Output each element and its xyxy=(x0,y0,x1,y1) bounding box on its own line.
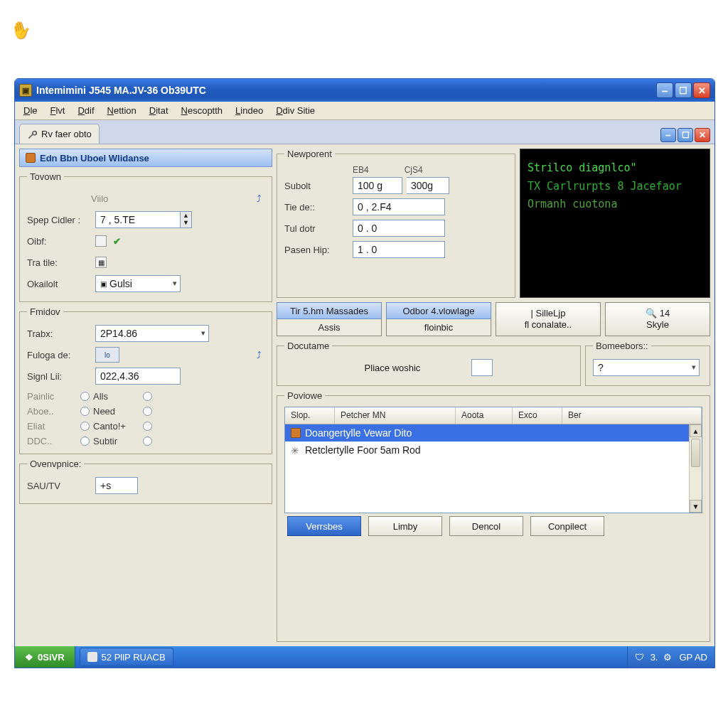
ddc-radio[interactable] xyxy=(80,437,90,446)
subolt-input-2[interactable]: 300g xyxy=(407,177,449,194)
app-icon: ▣ xyxy=(19,84,32,97)
col-slop[interactable]: Slop. xyxy=(285,407,335,424)
eliat-radio[interactable] xyxy=(80,422,90,431)
tray-text: 3. xyxy=(651,652,658,663)
aboe-label: Aboe.. xyxy=(27,406,80,417)
scroll-up-icon[interactable]: ▲ xyxy=(690,424,702,437)
docutame-legend: Docutame xyxy=(284,341,332,351)
magnifier-icon: 🔍 xyxy=(646,308,657,319)
trabx-select[interactable]: 2P14.86 xyxy=(95,325,209,342)
place-woshic-input[interactable] xyxy=(471,359,493,376)
share-icon[interactable]: ⤴ xyxy=(253,193,264,204)
pasenhip-label: Pasen Hip: xyxy=(284,245,348,255)
tray-icon-1[interactable]: 🛡 xyxy=(635,652,645,662)
painlic-radio[interactable] xyxy=(80,392,90,401)
document-icon[interactable] xyxy=(95,235,107,247)
taskbar-item-label: 52 PllP RUACB xyxy=(102,652,166,663)
list-item-1[interactable]: Doangertylle Vewar Dito xyxy=(285,424,702,441)
terminal-line-3: Ormanh cuotona xyxy=(528,196,702,214)
left-panel-header: Edn Bbn Uboel Wlidanse xyxy=(19,149,272,167)
menu-nettion[interactable]: Nettion xyxy=(102,103,142,118)
maximize-button[interactable]: ☐ xyxy=(675,82,692,98)
dencol-button[interactable]: Dencol xyxy=(449,516,523,536)
col-aoota[interactable]: Aoota xyxy=(456,407,513,424)
tab-rv-faer-obto[interactable]: Rv faer obto xyxy=(19,124,100,144)
left-panel-title: Edn Bbn Uboel Wlidanse xyxy=(40,153,149,164)
silleljp-button[interactable]: | SilleLjp fl conalate.. xyxy=(496,302,601,336)
tovown-legend: Tovown xyxy=(27,171,64,182)
conpilect-button[interactable]: Conpilect xyxy=(530,516,604,536)
taskbar-item-1[interactable]: 52 PllP RUACB xyxy=(80,648,173,666)
aboe-radio[interactable] xyxy=(80,407,90,416)
subtir-radio[interactable] xyxy=(143,437,152,446)
system-tray: 🛡 3. ⚙ GP AD xyxy=(627,646,714,668)
check-icon: ✔ xyxy=(111,235,122,247)
tray-icon-2[interactable]: ⚙ xyxy=(663,652,673,662)
okailolt-label: Okailolt xyxy=(27,279,91,289)
okailolt-value: Gulsi xyxy=(109,278,132,289)
subolt-input-1[interactable]: 100 g xyxy=(353,177,402,194)
assis-button[interactable]: Assis xyxy=(277,319,382,336)
item-icon-1 xyxy=(291,428,301,438)
need-label: Need xyxy=(93,406,143,417)
inner-maximize-button[interactable]: ☐ xyxy=(678,128,693,142)
menu-ditat[interactable]: Ditat xyxy=(144,103,174,118)
canto-radio[interactable] xyxy=(143,422,152,431)
calendar-icon[interactable]: ▦ xyxy=(95,257,107,268)
col-ber[interactable]: Ber xyxy=(562,407,702,424)
ddc-label: DDC.. xyxy=(27,436,80,446)
radio-grid: Painlic Alls Aboe.. Need Eliat Canto!+ D… xyxy=(27,391,264,446)
item-icon-2: ✳ xyxy=(291,445,301,455)
taskbar-item-icon xyxy=(87,652,97,662)
alls-radio[interactable] xyxy=(143,392,152,401)
tir-massades-button[interactable]: Tir 5.hm Massades xyxy=(277,302,382,319)
fmidov-legend: Fmidov xyxy=(27,306,63,317)
tiede-label: Tie de:: xyxy=(284,202,348,213)
okailolt-select[interactable]: ▣Gulsi xyxy=(95,275,181,292)
spep-cidler-input[interactable]: 7 , 5.TE xyxy=(95,211,181,228)
close-button[interactable]: ✕ xyxy=(693,82,710,98)
need-radio[interactable] xyxy=(143,407,152,416)
pasenhip-input[interactable]: 1 . 0 xyxy=(353,241,445,258)
list-item-2[interactable]: ✳ Retclertylle Foor 5am Rod xyxy=(285,441,702,459)
skyle-button[interactable]: 🔍14 Skyle xyxy=(605,302,710,336)
menu-flvt[interactable]: Flvt xyxy=(45,103,71,118)
subolt-label: Subolt xyxy=(284,181,348,191)
col-exco[interactable]: Exco xyxy=(513,407,562,424)
list-scrollbar[interactable]: ▲ ▼ xyxy=(689,424,702,513)
fuloga-box[interactable]: lo xyxy=(95,347,119,363)
share-icon-2[interactable]: ⤴ xyxy=(253,349,264,360)
inner-close-button[interactable]: ✕ xyxy=(695,128,710,142)
floinbic-button[interactable]: floinbic xyxy=(386,319,491,336)
verrsbes-button[interactable]: Verrsbes xyxy=(287,516,361,536)
sautv-input[interactable]: +s xyxy=(95,477,138,494)
spep-cidler-spinner[interactable]: ▲▼ xyxy=(181,211,192,228)
limby-button[interactable]: Limby xyxy=(368,516,442,536)
tuldotr-input[interactable]: 0 . 0 xyxy=(353,220,445,237)
col-petcher[interactable]: Petcher MN xyxy=(335,407,456,424)
minimize-button[interactable]: ‒ xyxy=(656,82,673,98)
cursor-icon: ✋ xyxy=(8,18,33,43)
tab-strip: Rv faer obto ‒ ☐ ✕ xyxy=(15,120,714,144)
inner-minimize-button[interactable]: ‒ xyxy=(660,128,676,142)
scroll-thumb[interactable] xyxy=(691,439,700,467)
place-woshic-label: Pliace woshic xyxy=(365,363,421,373)
terminal-line-2: TX Carlrurpts 8 Jacefaor xyxy=(528,178,702,196)
start-button[interactable]: ❖ 0SiVR xyxy=(15,646,75,668)
menu-ddivsitie[interactable]: Ddiv Sitie xyxy=(270,103,321,118)
menu-dle[interactable]: Dle xyxy=(18,103,43,118)
tab-label: Rv faer obto xyxy=(41,129,92,139)
signl-input[interactable]: 022,4.36 xyxy=(95,368,181,385)
poviowe-legend: Poviowe xyxy=(284,390,325,401)
menu-nescoptth[interactable]: Nescoptth xyxy=(176,103,229,118)
bomeebors-select[interactable]: ? xyxy=(593,359,700,376)
menu-lindeo[interactable]: Lindeo xyxy=(230,103,269,118)
newporent-legend: Newporent xyxy=(284,149,335,159)
odbor-vlowlage-button[interactable]: Odbor 4.vlowlage xyxy=(386,302,491,319)
bomeebors-legend: Bomeebors:: xyxy=(593,341,651,351)
scroll-down-icon[interactable]: ▼ xyxy=(690,500,702,513)
tiede-input[interactable]: 0 , 2.F4 xyxy=(353,198,445,215)
silleljp-label-bot: fl conalate.. xyxy=(525,319,572,331)
spep-cidler-label: Spep Cidler : xyxy=(27,215,91,225)
menu-ddif[interactable]: Ddif xyxy=(72,103,100,118)
